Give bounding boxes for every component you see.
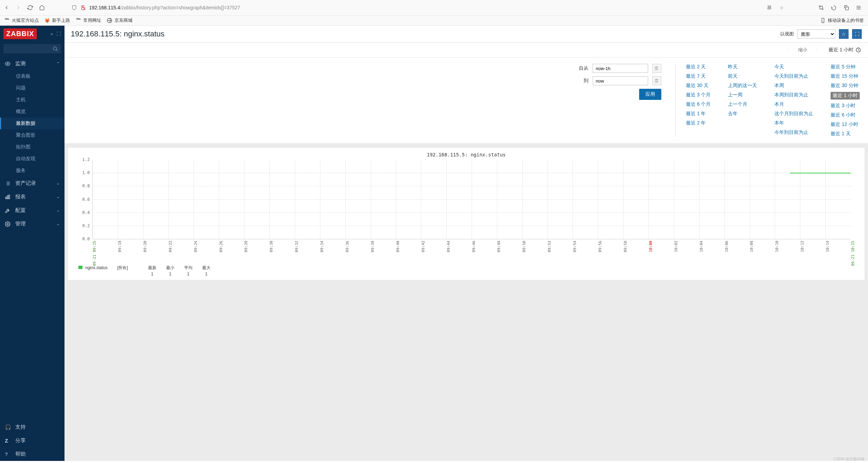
expand-icon[interactable]: ⛶ [57,31,61,36]
apply-button[interactable]: 应用 [639,89,661,100]
bookmark-item[interactable]: 常用网址 [76,17,101,24]
forward-button[interactable] [15,5,22,11]
time-preset[interactable]: 最近 1 天 [831,131,860,137]
time-preset[interactable]: 上一周 [728,92,757,98]
x-tick: 09:24 [194,241,198,252]
mobile-bookmarks[interactable]: 移动设备上的书签 [820,17,864,24]
favorite-button[interactable]: ☆ [839,29,849,39]
nav-problems[interactable]: 问题 [0,82,65,94]
hamburger-menu-icon[interactable] [856,5,862,11]
time-preset[interactable]: 今年到目前为止 [774,129,813,136]
time-preset[interactable]: 本年 [774,120,813,126]
nav-inventory[interactable]: 资产记录 ⌄ [0,177,65,190]
bookmark-star-icon[interactable]: ☆ [779,5,785,11]
zoom-out-button[interactable]: 缩小 [798,47,807,53]
x-tick: 09:38 [370,241,375,252]
nav-maps[interactable]: 拓扑图 [0,141,65,153]
time-preset[interactable]: 本周到目前为止 [774,92,813,98]
time-preset[interactable]: 最近 6 个月 [686,101,711,108]
undo-icon[interactable] [831,5,837,11]
copy-icon[interactable] [843,5,849,11]
time-prev-button[interactable]: 〈 [782,45,793,54]
time-preset[interactable]: 本周 [774,83,813,89]
nav-discovery[interactable]: 自动发现 [0,153,65,165]
sidebar: ZABBIX « ⛶ 监测 ⌃ 仪表板 问题 主机 概览 最新数据 聚合图形 拓… [0,26,65,461]
time-preset[interactable]: 最近 3 小时 [831,103,860,109]
bookmark-item[interactable]: 火狐官方站点 [4,17,39,24]
help-icon: ? [5,451,11,457]
nav-services[interactable]: 服务 [0,165,65,177]
time-preset[interactable]: 最近 30 天 [686,83,711,89]
time-preset[interactable]: 最近 5 分钟 [831,64,860,70]
time-preset[interactable]: 最近 1 小时 [831,92,860,100]
nav-screens[interactable]: 聚合图形 [0,129,65,141]
time-preset[interactable]: 去年 [728,111,757,117]
nav-dashboard[interactable]: 仪表板 [0,70,65,82]
legend-name: nginx.status [85,265,108,270]
time-preset[interactable]: 最近 3 个月 [686,92,711,98]
y-tick: 1.2 [82,157,90,162]
nav-overview[interactable]: 概览 [0,106,65,118]
time-preset[interactable]: 今天到目前为止 [774,73,813,79]
time-preset[interactable]: 最近 6 小时 [831,112,860,118]
time-preset[interactable]: 这个月到目前为止 [774,111,813,117]
search-icon[interactable] [53,46,58,53]
svg-point-21 [7,223,8,225]
chevron-down-icon: ⌄ [57,208,60,213]
x-tick: 10:14 [825,241,830,252]
nav-latest-data[interactable]: 最新数据 [0,118,65,129]
address-bar[interactable]: 192.168.115.4/zabbix/history.php?action=… [68,3,744,12]
zabbix-logo[interactable]: ZABBIX [3,28,37,39]
time-preset[interactable]: 上周的这一天 [728,83,757,89]
time-preset[interactable]: 今天 [774,64,813,70]
sidebar-search[interactable] [3,44,61,53]
reload-button[interactable] [27,5,33,11]
svg-point-9 [53,47,57,50]
calendar-from-icon[interactable]: 🗓 [652,64,661,73]
time-preset[interactable]: 最近 7 天 [686,73,711,79]
view-as-select[interactable]: 图形 [797,29,835,38]
time-next-button[interactable]: 〉 [812,45,824,54]
nav-support[interactable]: 🎧支持 [0,420,65,434]
x-tick: 09:46 [472,241,476,252]
x-tick: 09:34 [320,241,324,252]
legend-stat-value: 1 [151,272,153,276]
time-preset[interactable]: 最近 30 分钟 [831,83,860,89]
crop-icon[interactable] [818,5,824,11]
svg-rect-2 [845,7,849,10]
nav-monitoring[interactable]: 监测 ⌃ [0,57,65,70]
calendar-to-icon[interactable]: 🗓 [652,76,661,85]
fullscreen-button[interactable]: ⛶ [852,29,862,39]
home-button[interactable] [39,5,45,11]
bookmark-item[interactable]: 京东商城 [107,17,132,24]
nav-help[interactable]: ?帮助 [0,447,65,461]
back-button[interactable] [3,5,10,11]
list-icon [5,181,11,186]
to-input[interactable] [593,76,648,85]
x-tick: 09:56 [598,241,602,252]
time-preset[interactable]: 最近 12 小时 [831,121,860,128]
time-preset[interactable]: 最近 15 分钟 [831,73,860,79]
time-preset[interactable]: 前天 [728,73,757,79]
time-preset[interactable]: 最近 2 天 [686,64,711,70]
from-label: 自从 [578,65,588,71]
time-preset[interactable]: 昨天 [728,64,757,70]
legend-stat-label: 最新 [148,265,156,271]
time-preset[interactable]: 上一个月 [728,101,757,108]
from-input[interactable] [593,64,648,73]
time-preset[interactable]: 最近 1 年 [686,111,711,117]
qr-icon[interactable]: 器 [766,5,772,11]
page-title: 192.168.115.5: nginx.status [71,29,164,38]
collapse-icon[interactable]: « [51,31,53,36]
nav-share[interactable]: Z分享 [0,434,65,447]
svg-rect-20 [9,195,10,199]
time-range-label[interactable]: 最近 1 小时 [828,47,861,53]
time-preset[interactable]: 本月 [774,101,813,108]
nav-administration[interactable]: 管理 ⌄ [0,217,65,231]
nav-configuration[interactable]: 配置 ⌄ [0,204,65,217]
time-preset[interactable]: 最近 2 年 [686,120,711,126]
nav-hosts[interactable]: 主机 [0,94,65,106]
nav-reports[interactable]: 报表 ⌄ [0,190,65,204]
bookmark-item[interactable]: 🦊新手上路 [44,17,70,24]
to-label: 到 [578,78,588,84]
